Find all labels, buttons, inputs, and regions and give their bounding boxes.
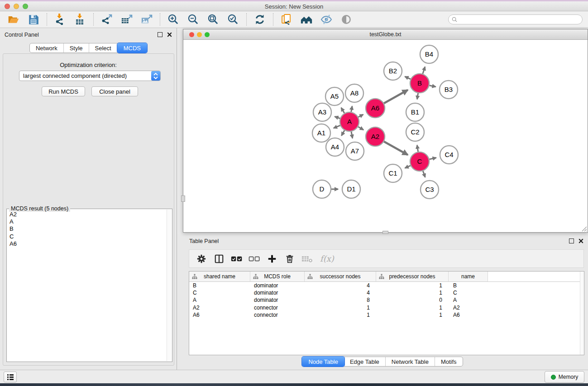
edge-C-C3[interactable]: [423, 171, 425, 177]
edge-B-B1[interactable]: [417, 93, 418, 100]
deselect-all-icon[interactable]: [249, 253, 260, 264]
mcds-result-item[interactable]: B: [10, 225, 166, 233]
graph-node-B[interactable]: B: [410, 74, 429, 93]
graph-node-C[interactable]: C: [410, 152, 429, 171]
add-column-icon[interactable]: [266, 253, 278, 264]
graph-node-A4[interactable]: A4: [326, 138, 344, 156]
edge-A-A7[interactable]: [351, 132, 353, 138]
divider-grip[interactable]: [382, 231, 388, 234]
table-settings-icon[interactable]: [196, 253, 207, 264]
graph-node-A3[interactable]: A3: [313, 103, 331, 121]
network-canvas[interactable]: B4B2BB3A8A5A6B1A3AC2A1A2A4A7C4CC1C3DD1: [183, 40, 588, 232]
mcds-result-item[interactable]: A6: [10, 240, 166, 248]
mcds-result-item[interactable]: C: [10, 233, 166, 240]
edge-A-A3[interactable]: [335, 117, 340, 119]
edge-C-C4[interactable]: [429, 158, 436, 160]
table-row[interactable]: Bdominator41B: [189, 282, 584, 289]
graph-node-A8[interactable]: A8: [345, 84, 363, 102]
tab-select[interactable]: Select: [89, 43, 118, 52]
table-row[interactable]: Cdominator41C: [189, 289, 584, 296]
mcds-result-item[interactable]: A: [10, 218, 166, 225]
result-scrollbar[interactable]: [167, 210, 172, 361]
import-network-icon[interactable]: [53, 13, 67, 26]
export-table-icon[interactable]: [120, 13, 134, 26]
show-columns-icon[interactable]: [213, 253, 225, 264]
select-all-icon[interactable]: [231, 253, 243, 264]
table-row[interactable]: Adominator80A: [189, 296, 584, 304]
close-panel-icon[interactable]: [578, 238, 583, 243]
edge-A-A5[interactable]: [341, 108, 344, 113]
graph-node-B1[interactable]: B1: [406, 103, 424, 121]
column-header-successor-nodes[interactable]: successor nodes: [305, 272, 376, 282]
save-session-icon[interactable]: [27, 13, 40, 26]
import-table-icon[interactable]: [73, 13, 87, 26]
export-network-icon[interactable]: [100, 13, 114, 26]
edge-A-A1[interactable]: [334, 125, 340, 128]
apply-function-button[interactable]: f(x): [320, 254, 334, 263]
home-layout-icon[interactable]: [300, 13, 313, 26]
tab-style[interactable]: Style: [64, 43, 89, 52]
edge-A-A4[interactable]: [341, 130, 344, 136]
graph-node-C2[interactable]: C2: [406, 123, 424, 141]
mcds-result-item[interactable]: A2: [10, 211, 166, 218]
export-image-icon[interactable]: [140, 13, 153, 26]
table-row[interactable]: A6connector11A6: [189, 311, 584, 319]
zoom-out-icon[interactable]: [186, 13, 200, 26]
memory-button[interactable]: Memory: [545, 371, 584, 383]
search-box[interactable]: [448, 14, 583, 24]
edge-A2-C[interactable]: [384, 142, 408, 155]
table-row[interactable]: A2connector11A2: [189, 304, 584, 311]
open-session-icon[interactable]: [7, 13, 20, 26]
edge-A-A8[interactable]: [351, 106, 352, 112]
column-header-predecessor-nodes[interactable]: predecessor nodes: [376, 272, 449, 282]
search-input[interactable]: [458, 15, 582, 24]
graph-node-D1[interactable]: D1: [342, 180, 360, 198]
edge-B-B3[interactable]: [429, 86, 435, 87]
graph-node-B4[interactable]: B4: [420, 45, 438, 63]
float-panel-icon[interactable]: [569, 238, 574, 243]
hide-unselected-icon[interactable]: [320, 13, 333, 26]
edge-A-A2[interactable]: [358, 127, 363, 130]
status-menu-button[interactable]: [4, 372, 17, 382]
graph-node-A1[interactable]: A1: [312, 124, 330, 142]
edge-C-C2[interactable]: [417, 145, 418, 152]
zoom-fit-icon[interactable]: [206, 13, 220, 26]
column-header-MCDS-role[interactable]: MCDS role: [250, 272, 305, 282]
delete-column-icon[interactable]: [284, 253, 296, 264]
divider-grip[interactable]: [181, 195, 185, 202]
graph-node-A[interactable]: A: [340, 112, 359, 131]
run-mcds-button[interactable]: Run MCDS: [42, 86, 85, 96]
graph-node-C4[interactable]: C4: [440, 146, 458, 164]
delete-table-icon[interactable]: [301, 253, 313, 264]
graph-node-A2[interactable]: A2: [366, 127, 385, 146]
tab-edge-table[interactable]: Edge Table: [344, 357, 386, 366]
graph-node-B2[interactable]: B2: [384, 62, 402, 80]
refresh-layout-icon[interactable]: [253, 13, 267, 26]
mcds-result-list[interactable]: A2ABCA6: [7, 210, 166, 361]
float-panel-icon[interactable]: [158, 32, 163, 37]
graph-node-A5[interactable]: A5: [325, 87, 344, 105]
graph-node-B3[interactable]: B3: [440, 81, 458, 99]
close-panel-icon[interactable]: [167, 32, 172, 37]
column-header-name[interactable]: name: [449, 272, 488, 282]
graph-node-A7[interactable]: A7: [346, 142, 364, 160]
tab-motifs[interactable]: Motifs: [435, 357, 463, 366]
tab-mcds[interactable]: MCDS: [117, 43, 147, 53]
resize-grip-icon[interactable]: [581, 225, 587, 232]
edge-C-C1[interactable]: [405, 166, 411, 168]
show-all-eye-icon[interactable]: [339, 13, 353, 26]
tab-network[interactable]: Network: [30, 43, 64, 52]
edge-A-A6[interactable]: [358, 114, 363, 117]
edge-A6-B[interactable]: [384, 90, 408, 104]
graph-node-C3[interactable]: C3: [421, 181, 439, 199]
tab-network-table[interactable]: Network Table: [386, 357, 435, 366]
close-panel-button[interactable]: Close panel: [91, 86, 138, 96]
clone-network-icon[interactable]: [280, 13, 293, 26]
column-header-shared-name[interactable]: shared name: [189, 272, 250, 282]
graph-node-D[interactable]: D: [313, 180, 331, 198]
zoom-in-icon[interactable]: [167, 13, 180, 26]
graph-node-A6[interactable]: A6: [366, 99, 385, 118]
zoom-selected-icon[interactable]: [226, 13, 240, 26]
table-scrollbar[interactable]: [580, 272, 584, 355]
edge-B-B4[interactable]: [423, 67, 425, 74]
